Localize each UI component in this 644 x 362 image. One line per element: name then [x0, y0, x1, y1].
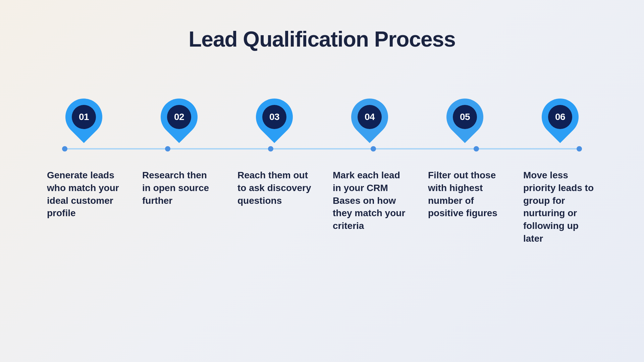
timeline-dots: [62, 146, 582, 152]
step-text-02: Research then in open source further: [142, 169, 216, 245]
pin-wrapper-02: 02: [142, 99, 216, 145]
pin-number-05: 05: [460, 112, 470, 122]
pin-wrapper-04: 04: [333, 99, 407, 145]
process-container: 01 02 03: [37, 78, 607, 245]
pin-shape-03: 03: [248, 91, 301, 143]
page-title: Lead Qualification Process: [189, 27, 455, 52]
pin-wrapper-01: 01: [47, 99, 121, 145]
pin-inner-06: 06: [548, 105, 572, 129]
timeline-row: [37, 145, 607, 152]
pin-wrapper-03: 03: [237, 99, 311, 145]
pin-number-02: 02: [174, 112, 184, 122]
step-text-04: Mark each lead in your CRM Bases on how …: [333, 169, 407, 245]
timeline-dot-02: [165, 146, 170, 152]
pin-number-06: 06: [555, 112, 565, 122]
timeline-dot-04: [371, 146, 376, 152]
pin-inner-04: 04: [358, 105, 382, 129]
timeline-dot-03: [268, 146, 273, 152]
pin-number-01: 01: [79, 112, 89, 122]
pin-02: 02: [161, 99, 198, 145]
pin-shape-06: 06: [534, 91, 586, 143]
pin-inner-02: 02: [167, 105, 191, 129]
pin-inner-01: 01: [72, 105, 96, 129]
pin-shape-04: 04: [343, 91, 396, 143]
pin-04: 04: [351, 99, 388, 145]
pin-06: 06: [542, 99, 579, 145]
pin-shape-02: 02: [153, 91, 205, 143]
step-text-01: Generate leads who match your ideal cust…: [47, 169, 121, 245]
pin-number-04: 04: [365, 112, 375, 122]
pin-03: 03: [256, 99, 293, 145]
step-text-05: Filter out those with highest number of …: [428, 169, 502, 245]
timeline-dot-01: [62, 146, 67, 152]
pin-inner-05: 05: [453, 105, 477, 129]
timeline-dot-06: [577, 146, 582, 152]
pin-shape-05: 05: [439, 91, 491, 143]
pin-shape-01: 01: [58, 91, 110, 143]
text-row: Generate leads who match your ideal cust…: [37, 169, 607, 245]
pin-01: 01: [65, 99, 102, 145]
pin-05: 05: [446, 99, 483, 145]
pin-number-03: 03: [269, 112, 279, 122]
pins-row: 01 02 03: [37, 78, 607, 145]
pin-wrapper-05: 05: [428, 99, 502, 145]
pin-inner-03: 03: [262, 105, 286, 129]
pin-wrapper-06: 06: [523, 99, 597, 145]
step-text-06: Move less priority leads to group for nu…: [523, 169, 597, 245]
timeline-dot-05: [474, 146, 479, 152]
step-text-03: Reach them out to ask discovery question…: [237, 169, 311, 245]
